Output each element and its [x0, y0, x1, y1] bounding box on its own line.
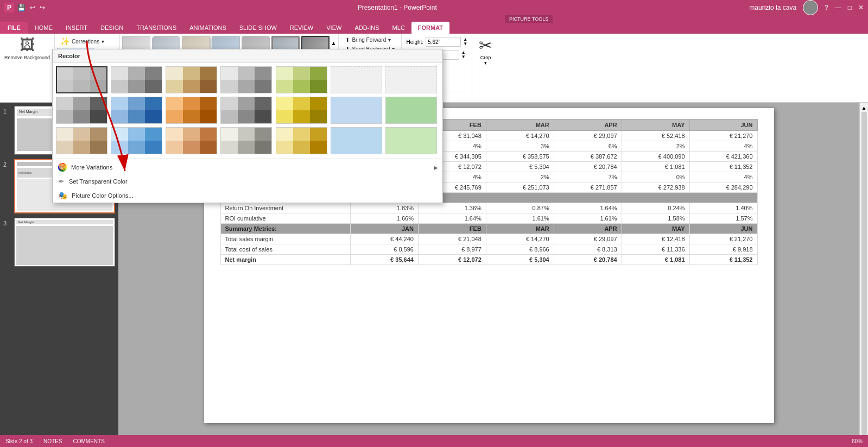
table-row: Total cost of sales € 8,596 € 8,977 € 8,…	[220, 244, 757, 255]
td-val: € 271,857	[554, 182, 622, 193]
picture-color-options-icon: 🎭	[58, 191, 67, 200]
tab-format[interactable]: FORMAT	[411, 22, 449, 34]
td-val: 1.61%	[486, 213, 554, 224]
td-val: € 1,081	[622, 162, 689, 172]
comments-button[interactable]: COMMENTS	[73, 438, 105, 444]
swatch-grayscale[interactable]	[111, 66, 162, 93]
swatch-r2c4[interactable]	[220, 97, 272, 124]
swatch-sepia[interactable]	[166, 66, 217, 93]
help-button[interactable]: ?	[825, 4, 828, 11]
tab-addins[interactable]: ADD-INS	[348, 22, 385, 34]
tab-home[interactable]: HOME	[28, 22, 59, 34]
td-roi-label: Return On Investment	[220, 203, 351, 213]
swatch-original[interactable]	[56, 66, 107, 93]
swatch-r2c2[interactable]	[111, 97, 162, 124]
td-val: € 272,938	[622, 182, 689, 193]
redo-icon[interactable]: ↪	[40, 4, 45, 11]
styles-up-icon[interactable]: ▲	[331, 40, 337, 46]
picture-color-options-item[interactable]: 🎭 Picture Color Options...	[53, 188, 442, 203]
td-val: 2%	[486, 172, 554, 182]
height-input[interactable]	[426, 37, 461, 47]
td-tsm-label: Total sales margin	[220, 234, 351, 244]
slide-thumb-3[interactable]: 3 Net Margin	[3, 218, 115, 267]
tab-view[interactable]: VIEW	[320, 22, 348, 34]
color-grid-row2	[53, 97, 442, 127]
td-val: € 14,270	[486, 234, 554, 244]
tab-design[interactable]: DESIGN	[94, 22, 130, 34]
swatch-r2c6[interactable]	[331, 97, 382, 124]
swatch-r2c1[interactable]	[56, 97, 107, 124]
td-val: € 20,784	[554, 255, 622, 265]
slide-preview-3[interactable]: Net Margin	[14, 218, 115, 267]
tab-slideshow[interactable]: SLIDE SHOW	[233, 22, 283, 34]
user-name: maurizio la cava	[749, 4, 796, 11]
td-val: € 9,918	[689, 244, 757, 255]
minimize-button[interactable]: —	[835, 4, 841, 11]
corrections-icon: ✨	[60, 37, 69, 46]
right-scrollbar[interactable]: ▲ ▼	[859, 103, 868, 447]
remove-background-button[interactable]: 🖼 Remove Background	[0, 34, 55, 102]
tab-animations[interactable]: ANIMATIONS	[183, 22, 233, 34]
td-val: 1.57%	[689, 213, 757, 224]
width-down[interactable]: ▼	[461, 55, 466, 59]
td-val: € 11,336	[622, 244, 689, 255]
remove-bg-icon: 🖼	[20, 36, 35, 54]
swatch-col6[interactable]	[331, 66, 382, 93]
more-variations-label: More Variations	[71, 164, 112, 171]
swatch-r2c7[interactable]	[385, 97, 437, 124]
scroll-up-icon[interactable]: ▲	[861, 105, 867, 111]
swatch-col5[interactable]	[276, 66, 327, 93]
swatch-r3c7[interactable]	[385, 127, 437, 154]
tab-transitions[interactable]: TRANSITIONS	[130, 22, 183, 34]
set-transparent-item[interactable]: ✒ Set Transparent Color	[53, 174, 442, 188]
swatch-r3c3[interactable]	[166, 127, 217, 154]
td-val: 1.83%	[351, 203, 419, 213]
td-val: 3%	[486, 141, 554, 152]
tab-review[interactable]: REVIEW	[283, 22, 320, 34]
summary-header-label: Summary Metrics:	[220, 224, 351, 234]
crop-dropdown-icon: ▾	[484, 60, 487, 66]
td-val: € 251,073	[486, 182, 554, 193]
corrections-button[interactable]: ✨ Corrections ▾	[57, 36, 107, 47]
table-row-bold: Net margin € 35,644 € 12,072 € 5,304 € 2…	[220, 255, 757, 265]
tab-insert[interactable]: INSERT	[59, 22, 94, 34]
notes-button[interactable]: NOTES	[43, 438, 62, 444]
more-variations-item[interactable]: 🎨 More Variations ▶	[53, 160, 442, 174]
swatch-r3c2[interactable]	[111, 127, 162, 154]
swatch-r3c5[interactable]	[276, 127, 327, 154]
swatch-col7[interactable]	[385, 66, 437, 93]
swatch-r2c5[interactable]	[276, 97, 327, 124]
bring-forward-button[interactable]: ⬆ Bring Forward ▾	[342, 36, 398, 44]
td-val: 0.87%	[486, 203, 554, 213]
height-down[interactable]: ▼	[463, 42, 467, 46]
td-val: 1.61%	[554, 213, 622, 224]
picture-color-options-label: Picture Color Options...	[72, 192, 134, 199]
swatch-r3c6[interactable]	[331, 127, 382, 154]
width-spinners: ▲ ▼	[461, 51, 466, 59]
td-val: € 284,290	[689, 182, 757, 193]
height-row: Height: ▲ ▼	[406, 37, 467, 47]
swatch-col4[interactable]	[220, 66, 272, 93]
tab-mlc[interactable]: MLC	[386, 22, 411, 34]
crop-button[interactable]: ✂ Crop ▾	[472, 34, 499, 102]
td-val: € 11,352	[689, 162, 757, 172]
maximize-button[interactable]: □	[848, 4, 852, 11]
td-nm-label: Net margin	[220, 255, 351, 265]
scroll-thumb[interactable]	[861, 112, 867, 447]
swatch-r3c1[interactable]	[56, 127, 107, 154]
table-row: ROI cumulative 1.66% 1.64% 1.61% 1.61% 1…	[220, 213, 757, 224]
td-val: € 8,977	[418, 244, 486, 255]
tab-file[interactable]: FILE	[0, 22, 28, 34]
th-s-mar: MAR	[486, 224, 554, 234]
td-val: 2%	[622, 141, 689, 152]
swatch-r2c3[interactable]	[166, 97, 217, 124]
adjust-row1: ✨ Corrections ▾	[57, 36, 117, 47]
close-button[interactable]: ✕	[858, 4, 864, 11]
color-grid-row1	[53, 63, 442, 97]
slide-num-2: 2	[3, 161, 11, 168]
swatch-r3c4[interactable]	[220, 127, 272, 154]
table-row: Total sales margin € 44,240 € 21,048 € 1…	[220, 234, 757, 244]
save-icon[interactable]: 💾	[17, 4, 26, 11]
td-val: € 400,090	[622, 152, 689, 162]
undo-icon[interactable]: ↩	[30, 4, 35, 11]
